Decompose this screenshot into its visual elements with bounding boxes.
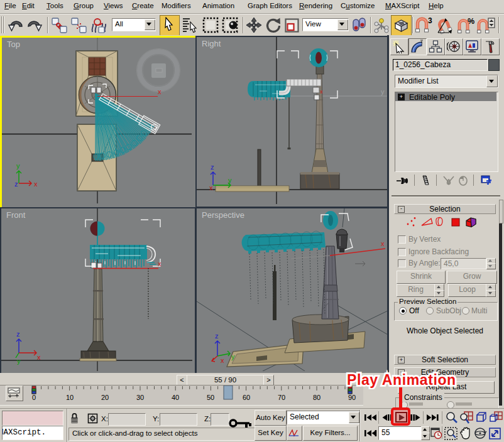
svg-text:x: x <box>221 357 224 364</box>
svg-text:20: 20 <box>101 394 109 401</box>
svg-text:10: 10 <box>66 394 74 401</box>
svg-text:70: 70 <box>278 394 285 401</box>
svg-text:Right: Right <box>202 39 221 48</box>
svg-text:0: 0 <box>32 394 36 401</box>
svg-text:y: y <box>231 353 235 360</box>
svg-text:30: 30 <box>136 394 144 401</box>
svg-text:Front: Front <box>6 210 26 220</box>
svg-text:y: y <box>228 176 232 184</box>
svg-text:Perspective: Perspective <box>202 210 244 220</box>
svg-text:60: 60 <box>243 394 250 401</box>
svg-text:3: 3 <box>428 16 432 25</box>
svg-text:x: x <box>34 180 38 188</box>
svg-text:y: y <box>17 357 21 365</box>
svg-text:Top: Top <box>7 40 20 49</box>
svg-text:x: x <box>158 260 162 267</box>
svg-text:x: x <box>37 353 41 361</box>
svg-text:z: z <box>16 330 20 338</box>
svg-text:y: y <box>16 162 20 170</box>
svg-text:%: % <box>468 17 474 26</box>
svg-text:40: 40 <box>172 394 179 401</box>
svg-text:x: x <box>209 184 213 191</box>
svg-text:50: 50 <box>207 394 214 401</box>
svg-text:90: 90 <box>348 394 356 401</box>
svg-text:z: z <box>211 163 214 171</box>
svg-text:x: x <box>381 240 385 247</box>
svg-text:x: x <box>320 89 323 95</box>
svg-text:z: z <box>215 332 219 340</box>
svg-text:y: y <box>381 88 385 95</box>
svg-text:80: 80 <box>313 394 320 401</box>
svg-text:z: z <box>14 180 18 188</box>
svg-text:x: x <box>158 88 162 95</box>
